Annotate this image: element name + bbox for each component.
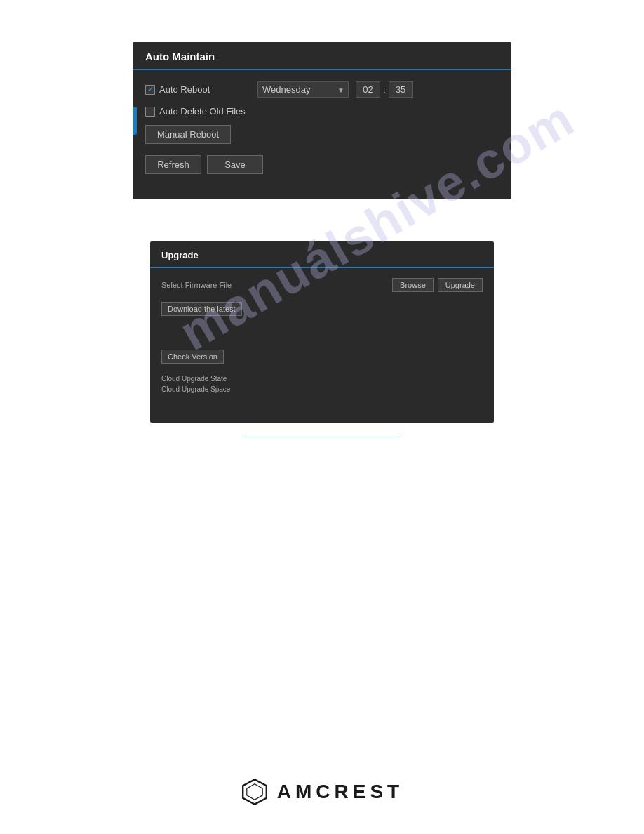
upgrade-panel: Upgrade Select Firmware File Browse Upgr… [150, 241, 494, 423]
time-separator: : [383, 84, 386, 95]
cloud-upgrade-space-row: Cloud Upgrade Space [161, 385, 483, 393]
auto-maintain-title: Auto Maintain [145, 51, 215, 62]
auto-reboot-label[interactable]: Auto Reboot [145, 84, 257, 95]
download-row: Download the latest [161, 299, 483, 316]
cloud-upgrade-state-row: Cloud Upgrade State [161, 375, 483, 383]
left-indicator [133, 107, 137, 135]
download-latest-button[interactable]: Download the latest [161, 302, 242, 316]
manual-reboot-button[interactable]: Manual Reboot [145, 125, 231, 144]
action-buttons: Refresh Save [145, 155, 499, 174]
minute-input[interactable] [389, 81, 413, 98]
upgrade-body: Select Firmware File Browse Upgrade Down… [150, 268, 494, 406]
upgrade-button[interactable]: Upgrade [438, 278, 483, 292]
upgrade-header: Upgrade [150, 241, 494, 268]
save-button[interactable]: Save [207, 155, 263, 174]
separator-line [245, 437, 399, 437]
upgrade-panel-wrapper: Upgrade Select Firmware File Browse Upgr… [150, 241, 494, 423]
manual-reboot-row: Manual Reboot [145, 125, 499, 144]
auto-reboot-row: Auto Reboot Wednesday Monday Tuesday Thu… [145, 81, 499, 98]
amcrest-hexagon-icon [241, 778, 269, 806]
day-select[interactable]: Wednesday Monday Tuesday Thursday Friday… [257, 81, 349, 98]
browse-button[interactable]: Browse [392, 278, 434, 292]
check-version-row: Check Version [161, 344, 483, 368]
auto-maintain-header: Auto Maintain [133, 42, 511, 70]
time-display: : [356, 81, 413, 98]
day-select-wrapper[interactable]: Wednesday Monday Tuesday Thursday Friday… [257, 81, 349, 98]
svg-marker-1 [247, 784, 262, 800]
auto-delete-label[interactable]: Auto Delete Old Files [145, 106, 257, 117]
auto-delete-row: Auto Delete Old Files [145, 106, 499, 117]
auto-maintain-body: Auto Reboot Wednesday Monday Tuesday Thu… [133, 70, 511, 185]
upgrade-section: Upgrade Select Firmware File Browse Upgr… [0, 199, 644, 423]
amcrest-logo: AMCREST [241, 778, 403, 806]
firmware-row: Select Firmware File Browse Upgrade [161, 278, 483, 292]
refresh-button[interactable]: Refresh [145, 155, 201, 174]
auto-maintain-panel: Auto Maintain Auto Reboot Wednesday Mond… [133, 42, 511, 199]
auto-maintain-section: Auto Maintain Auto Reboot Wednesday Mond… [0, 0, 644, 199]
footer: AMCREST [0, 778, 644, 806]
upgrade-title: Upgrade [161, 250, 199, 260]
auto-reboot-checkbox[interactable] [145, 85, 155, 95]
hour-input[interactable] [356, 81, 380, 98]
check-version-button[interactable]: Check Version [161, 350, 224, 364]
firmware-label: Select Firmware File [161, 281, 253, 289]
upgrade-spacer [161, 323, 483, 344]
brand-name: AMCREST [277, 781, 403, 803]
cloud-upgrade-space-label: Cloud Upgrade Space [161, 385, 230, 393]
cloud-upgrade-state-label: Cloud Upgrade State [161, 375, 227, 383]
auto-delete-checkbox[interactable] [145, 107, 155, 117]
